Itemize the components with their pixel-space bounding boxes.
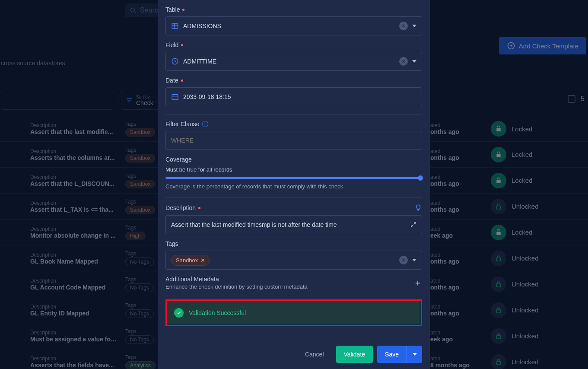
description-input[interactable]: Assert that the last modified timesmp is…	[165, 215, 422, 234]
slider-thumb[interactable]	[418, 175, 423, 181]
metadata-label: Additional Metadata	[165, 276, 308, 283]
filter-clause-input[interactable]	[171, 137, 416, 144]
validation-highlight-box: Validation Successful	[165, 299, 422, 326]
required-indicator	[198, 207, 200, 209]
chevron-down-icon	[413, 353, 417, 356]
required-indicator	[182, 9, 184, 11]
check-editor-modal: Table ADMISSIONS ✕ Field ADMITTIME ✕ Dat…	[158, 0, 430, 369]
field-field-label: Field	[165, 41, 422, 48]
filter-input[interactable]	[165, 131, 422, 150]
remove-tag-button[interactable]: ✕	[200, 257, 205, 264]
coverage-label: Coverage	[165, 156, 422, 163]
date-input[interactable]: 2033-09-18 18:15	[165, 87, 422, 106]
lightbulb-icon[interactable]	[414, 204, 422, 212]
clock-icon	[171, 57, 179, 65]
date-field-label: Date	[165, 77, 422, 84]
save-dropdown-button[interactable]	[407, 346, 422, 363]
chevron-down-icon[interactable]	[412, 259, 416, 261]
coverage-slider[interactable]	[165, 177, 422, 179]
chevron-down-icon[interactable]	[412, 25, 416, 27]
tags-select[interactable]: Sandbox ✕ ✕	[165, 251, 422, 270]
validation-banner: Validation Successful	[168, 302, 420, 324]
table-field-label: Table	[165, 6, 422, 13]
coverage-status: Must be true for all records	[165, 166, 422, 173]
clear-tags-button[interactable]: ✕	[399, 256, 408, 264]
cancel-button[interactable]: Cancel	[297, 346, 332, 363]
description-label-row: Description	[165, 204, 422, 212]
filter-clause-label: Filter Clausei	[165, 121, 422, 127]
date-value: 2033-09-18 18:15	[183, 93, 416, 100]
description-value: Assert that the last modified timesmp is…	[171, 221, 416, 228]
tags-label: Tags	[165, 240, 422, 247]
check-circle-icon	[174, 308, 184, 318]
field-value: ADMITTIME	[183, 58, 395, 65]
svg-rect-8	[172, 23, 178, 29]
metadata-helper: Enhance the check definition by setting …	[165, 283, 308, 290]
field-select[interactable]: ADMITTIME ✕	[165, 52, 422, 71]
tag-chip-sandbox: Sandbox ✕	[171, 255, 210, 266]
coverage-helper: Coverage is the percentage of records th…	[165, 183, 422, 190]
table-value: ADMISSIONS	[183, 22, 395, 29]
info-icon[interactable]: i	[202, 121, 208, 127]
save-button[interactable]: Save	[377, 346, 407, 363]
clear-field-button[interactable]: ✕	[399, 57, 408, 66]
expand-icon[interactable]	[410, 222, 416, 228]
required-indicator	[181, 80, 183, 82]
table-icon	[171, 22, 179, 30]
chevron-down-icon[interactable]	[412, 60, 416, 63]
svg-rect-10	[172, 95, 178, 100]
table-select[interactable]: ADMISSIONS ✕	[165, 16, 422, 35]
validation-text: Validation Successful	[189, 309, 246, 316]
clear-table-button[interactable]: ✕	[399, 22, 408, 30]
validate-button[interactable]: Validate	[336, 346, 373, 363]
required-indicator	[181, 44, 183, 46]
calendar-icon	[171, 93, 179, 101]
add-metadata-button[interactable]: ＋	[413, 277, 422, 289]
